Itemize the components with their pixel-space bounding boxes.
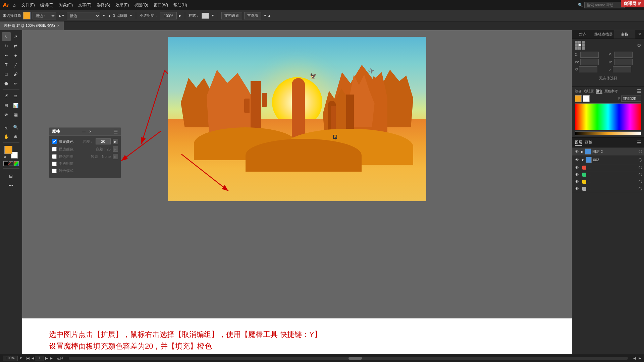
symbol-tool[interactable]: ❋: [2, 110, 11, 119]
layer-item-yellow[interactable]: 👁 ...: [572, 178, 644, 185]
color-saturation-bar[interactable]: [575, 131, 641, 135]
layers-panel-icon[interactable]: ⊞: [4, 172, 18, 180]
fill-tolerance-input[interactable]: [96, 138, 111, 144]
rotation-input[interactable]: [579, 66, 597, 72]
doc-settings-btn[interactable]: 文档设置: [221, 12, 242, 19]
selection-tool[interactable]: ↖: [2, 32, 11, 41]
layer-003-lock-icon[interactable]: [639, 158, 642, 162]
shear-input[interactable]: [613, 66, 631, 72]
menu-object[interactable]: 对象(O): [57, 0, 75, 10]
color-hex-input[interactable]: EF9D2E: [621, 96, 641, 102]
scroll-left-btn[interactable]: ◀: [633, 356, 636, 360]
pencil-tool[interactable]: ✏: [11, 79, 20, 88]
scrollbar-thumb[interactable]: [348, 357, 362, 360]
zoom-expand-icon[interactable]: ▼: [19, 356, 22, 360]
align-tab[interactable]: 对齐: [572, 30, 593, 39]
style-swatch[interactable]: [202, 13, 209, 19]
bar-chart-tool[interactable]: 📊: [11, 101, 20, 110]
transform-settings-icon[interactable]: ⚙: [637, 43, 641, 48]
layer-red-lock[interactable]: [639, 166, 642, 169]
pathfinder-tab[interactable]: 路径查找器: [593, 30, 614, 39]
black-swatch[interactable]: [3, 161, 8, 166]
rotate2-tool[interactable]: ↺: [2, 92, 11, 100]
opacity-expand[interactable]: ▶: [179, 14, 181, 17]
brush-expand-icon[interactable]: ▼: [102, 14, 106, 17]
y-input[interactable]: [614, 52, 633, 58]
menu-select[interactable]: 选择(S): [95, 0, 112, 10]
menu-text[interactable]: 文字(T): [76, 0, 93, 10]
color-panel-menu[interactable]: ☰: [637, 88, 641, 94]
menu-help[interactable]: 帮助(H): [171, 0, 189, 10]
w-input[interactable]: [580, 59, 599, 65]
layer-yellow-lock[interactable]: [639, 180, 642, 183]
hand-tool[interactable]: ✋: [2, 132, 11, 141]
preferences-btn[interactable]: 首选项: [244, 12, 261, 19]
menu-view[interactable]: 视图(Q): [132, 0, 150, 10]
layer-red-eye-icon[interactable]: 👁: [574, 165, 580, 170]
transform-tab[interactable]: 变换: [614, 30, 635, 39]
more-tools[interactable]: •••: [7, 181, 15, 190]
blend-mode-checkbox[interactable]: [52, 169, 57, 173]
color-bg-swatch[interactable]: [583, 95, 590, 102]
scale-tool[interactable]: ⊞: [2, 101, 11, 110]
rectangle-tool[interactable]: □: [2, 70, 11, 78]
column-chart-tool[interactable]: ▦: [11, 110, 20, 119]
menu-effect[interactable]: 效果(E): [113, 0, 131, 10]
swap-colors-icon[interactable]: ⇄: [4, 155, 6, 159]
none-swatch[interactable]: [9, 161, 13, 166]
gradient-swatch[interactable]: [14, 161, 19, 166]
layer-2-eye-icon[interactable]: 👁: [574, 149, 580, 154]
stroke-width-expand-btn[interactable]: ▶: [113, 154, 118, 159]
color-fg-swatch[interactable]: [575, 95, 582, 102]
color-spectrum[interactable]: [575, 103, 641, 130]
last-page-btn[interactable]: ▶|: [49, 356, 54, 360]
artboard-tab[interactable]: 画板: [585, 139, 592, 146]
line-tool[interactable]: ╱: [11, 60, 20, 69]
panel-collapse-btn[interactable]: —: [81, 129, 87, 134]
menu-edit[interactable]: 编辑(E): [38, 0, 56, 10]
reference-grid[interactable]: [575, 41, 585, 50]
layer-003-eye-icon[interactable]: 👁: [574, 158, 580, 162]
home-icon[interactable]: ⌂: [13, 2, 15, 8]
tab-close-icon[interactable]: ✕: [57, 24, 60, 27]
horizontal-scrollbar[interactable]: [69, 357, 628, 360]
warp-tool[interactable]: ≋: [11, 92, 20, 100]
layers-menu-icon[interactable]: ☰: [637, 140, 641, 145]
prev-page-btn[interactable]: ◀: [31, 356, 35, 360]
layer-2-lock-icon[interactable]: [639, 150, 642, 153]
stroke-expand-btn[interactable]: ▶: [113, 146, 118, 152]
menu-file[interactable]: 文件(F): [19, 0, 37, 10]
layer-item-003[interactable]: 👁 ▼ 003: [572, 156, 644, 164]
layer-item-gray[interactable]: 👁 ...: [572, 185, 644, 192]
paintbrush-tool[interactable]: 🖌: [11, 70, 20, 78]
opacity-checkbox[interactable]: [52, 162, 57, 166]
direct-selection-tool[interactable]: ↗: [11, 32, 20, 41]
search-input[interactable]: [584, 2, 625, 8]
right-panel-close[interactable]: ✕: [635, 30, 644, 39]
page-input[interactable]: [36, 356, 44, 361]
brush-select[interactable]: 描边：: [67, 12, 100, 19]
type-tool[interactable]: T: [2, 60, 11, 69]
zoom-input[interactable]: 100%: [3, 356, 18, 361]
add-anchor-tool[interactable]: +: [11, 51, 20, 60]
layers-tab[interactable]: 图层: [575, 139, 582, 146]
layer-gray-eye-icon[interactable]: 👁: [574, 186, 580, 191]
layer-yellow-eye-icon[interactable]: 👁: [574, 179, 580, 184]
layer-item-red[interactable]: 👁 ...: [572, 164, 644, 171]
layer-green-eye-icon[interactable]: 👁: [574, 172, 580, 177]
blob-brush-tool[interactable]: ⬟: [2, 79, 11, 88]
layer-2-expand-icon[interactable]: ▶: [581, 150, 584, 154]
menu-window[interactable]: 窗口(W): [152, 0, 170, 10]
reflect-tool[interactable]: ⇄: [11, 42, 20, 50]
fill-color-checkbox[interactable]: [52, 139, 57, 144]
h-input[interactable]: [614, 59, 633, 65]
opacity-input[interactable]: [160, 12, 177, 19]
rotate-tool[interactable]: ↻: [2, 42, 11, 50]
size-expand-icon[interactable]: ▼: [129, 14, 133, 17]
layer-green-lock[interactable]: [639, 173, 642, 176]
style-expand[interactable]: ▼: [211, 14, 214, 17]
panel-close-btn[interactable]: ✕: [88, 129, 93, 134]
fill-color-swatch[interactable]: [23, 12, 31, 19]
panel-title-bar[interactable]: 魔棒 — ✕ ☰: [49, 128, 121, 136]
first-page-btn[interactable]: |◀: [25, 356, 30, 360]
